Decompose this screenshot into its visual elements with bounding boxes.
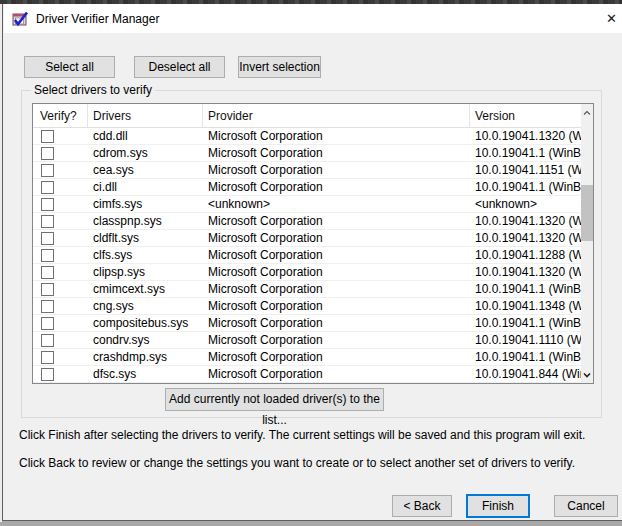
driver-cell: classpnp.sys	[88, 214, 203, 228]
version-cell: 10.0.19041.1320 (Wi...	[470, 265, 582, 279]
verify-checkbox[interactable]	[41, 164, 54, 177]
provider-cell: Microsoft Corporation	[203, 333, 470, 347]
driver-cell: cmimcext.sys	[88, 282, 203, 296]
finish-instruction-text: Click Finish after selecting the drivers…	[19, 428, 615, 442]
table-row[interactable]: compositebus.sys Microsoft Corporation 1…	[33, 315, 582, 332]
chevron-up-icon	[583, 109, 591, 117]
provider-cell: <unknown>	[203, 197, 470, 211]
close-icon: ✕	[606, 11, 617, 26]
version-cell: 10.0.19041.1110 (Wi...	[470, 333, 582, 347]
close-button[interactable]: ✕	[606, 11, 622, 27]
table-row[interactable]: cmimcext.sys Microsoft Corporation 10.0.…	[33, 281, 582, 298]
verify-checkbox[interactable]	[41, 300, 54, 313]
invert-selection-button[interactable]: Invert selection	[238, 56, 321, 78]
verify-checkbox[interactable]	[41, 147, 54, 160]
verify-checkbox[interactable]	[41, 181, 54, 194]
driver-cell: cng.sys	[88, 299, 203, 313]
verify-checkbox[interactable]	[41, 266, 54, 279]
scroll-thumb[interactable]	[581, 185, 593, 241]
table-row[interactable]: condrv.sys Microsoft Corporation 10.0.19…	[33, 332, 582, 349]
verify-checkbox[interactable]	[41, 317, 54, 330]
column-header-drivers[interactable]: Drivers	[88, 104, 203, 127]
driver-cell: cdrom.sys	[88, 146, 203, 160]
version-cell: 10.0.19041.1 (WinBui...	[470, 180, 582, 194]
version-cell: 10.0.19041.1 (WinBui...	[470, 282, 582, 296]
select-drivers-groupbox: Select drivers to verify Verify? Drivers…	[21, 90, 602, 418]
table-row[interactable]: cldflt.sys Microsoft Corporation 10.0.19…	[33, 230, 582, 247]
table-row[interactable]: clfs.sys Microsoft Corporation 10.0.1904…	[33, 247, 582, 264]
deselect-all-button[interactable]: Deselect all	[134, 56, 225, 78]
driver-cell: ci.dll	[88, 180, 203, 194]
version-cell: <unknown>	[470, 197, 582, 211]
version-cell: 10.0.19041.1320 (Wi...	[470, 214, 582, 228]
verify-checkbox[interactable]	[41, 232, 54, 245]
driver-cell: cimfs.sys	[88, 197, 203, 211]
provider-cell: Microsoft Corporation	[203, 214, 470, 228]
add-not-loaded-drivers-button[interactable]: Add currently not loaded driver(s) to th…	[165, 388, 384, 411]
table-row[interactable]: crashdmp.sys Microsoft Corporation 10.0.…	[33, 349, 582, 366]
provider-cell: Microsoft Corporation	[203, 282, 470, 296]
provider-cell: Microsoft Corporation	[203, 146, 470, 160]
table-row[interactable]: clipsp.sys Microsoft Corporation 10.0.19…	[33, 264, 582, 281]
driver-cell: clipsp.sys	[88, 265, 203, 279]
driver-cell: cldflt.sys	[88, 231, 203, 245]
groupbox-label: Select drivers to verify	[31, 83, 155, 97]
column-header-version[interactable]: Version	[470, 104, 593, 127]
table-row[interactable]: cng.sys Microsoft Corporation 10.0.19041…	[33, 298, 582, 315]
verify-checkbox[interactable]	[41, 249, 54, 262]
back-instruction-text: Click Back to review or change the setti…	[19, 456, 615, 470]
verify-checkbox[interactable]	[41, 130, 54, 143]
provider-cell: Microsoft Corporation	[203, 299, 470, 313]
driver-cell: condrv.sys	[88, 333, 203, 347]
table-row[interactable]: dfsc.sys Microsoft Corporation 10.0.1904…	[33, 366, 582, 383]
verify-checkbox[interactable]	[41, 351, 54, 364]
scroll-down-button[interactable]	[581, 366, 593, 383]
driver-verifier-manager-window: Driver Verifier Manager ✕ Select all Des…	[2, 4, 622, 521]
provider-cell: Microsoft Corporation	[203, 316, 470, 330]
scroll-up-button[interactable]	[581, 104, 593, 121]
provider-cell: Microsoft Corporation	[203, 265, 470, 279]
driver-cell: clfs.sys	[88, 248, 203, 262]
chevron-down-icon	[583, 371, 591, 379]
driver-verifier-icon	[12, 11, 29, 27]
version-cell: 10.0.19041.1151 (Wi...	[470, 163, 582, 177]
version-cell: 10.0.19041.1 (WinBui...	[470, 316, 582, 330]
verify-checkbox[interactable]	[41, 215, 54, 228]
driver-cell: compositebus.sys	[88, 316, 203, 330]
table-row[interactable]: cdd.dll Microsoft Corporation 10.0.19041…	[33, 128, 582, 145]
driver-cell: dfsc.sys	[88, 367, 203, 381]
table-row[interactable]: ci.dll Microsoft Corporation 10.0.19041.…	[33, 179, 582, 196]
table-row[interactable]: cea.sys Microsoft Corporation 10.0.19041…	[33, 162, 582, 179]
verify-checkbox[interactable]	[41, 283, 54, 296]
verify-checkbox[interactable]	[41, 368, 54, 381]
finish-button[interactable]: Finish	[466, 494, 530, 518]
provider-cell: Microsoft Corporation	[203, 129, 470, 143]
vertical-scrollbar[interactable]	[581, 104, 593, 383]
provider-cell: Microsoft Corporation	[203, 248, 470, 262]
titlebar: Driver Verifier Manager ✕	[4, 4, 622, 33]
driver-table[interactable]: Verify? Drivers Provider Version cdd.dll…	[32, 103, 594, 384]
driver-cell: cdd.dll	[88, 129, 203, 143]
cancel-button[interactable]: Cancel	[554, 495, 618, 517]
verify-checkbox[interactable]	[41, 198, 54, 211]
version-cell: 10.0.19041.1320 (Wi...	[470, 129, 582, 143]
table-row[interactable]: classpnp.sys Microsoft Corporation 10.0.…	[33, 213, 582, 230]
version-cell: 10.0.19041.1 (WinBui...	[470, 350, 582, 364]
driver-cell: crashdmp.sys	[88, 350, 203, 364]
provider-cell: Microsoft Corporation	[203, 180, 470, 194]
provider-cell: Microsoft Corporation	[203, 350, 470, 364]
version-cell: 10.0.19041.1348 (Wi...	[470, 299, 582, 313]
table-row[interactable]: cdrom.sys Microsoft Corporation 10.0.190…	[33, 145, 582, 162]
column-header-provider[interactable]: Provider	[203, 104, 470, 127]
table-body: cdd.dll Microsoft Corporation 10.0.19041…	[33, 128, 582, 383]
table-header: Verify? Drivers Provider Version	[33, 104, 593, 128]
table-row[interactable]: cimfs.sys <unknown> <unknown>	[33, 196, 582, 213]
verify-checkbox[interactable]	[41, 334, 54, 347]
back-button[interactable]: < Back	[392, 495, 452, 517]
select-all-button[interactable]: Select all	[24, 56, 115, 78]
provider-cell: Microsoft Corporation	[203, 231, 470, 245]
window-title: Driver Verifier Manager	[36, 12, 159, 26]
column-header-verify[interactable]: Verify?	[33, 104, 88, 127]
provider-cell: Microsoft Corporation	[203, 367, 470, 381]
version-cell: 10.0.19041.1 (WinBui...	[470, 146, 582, 160]
